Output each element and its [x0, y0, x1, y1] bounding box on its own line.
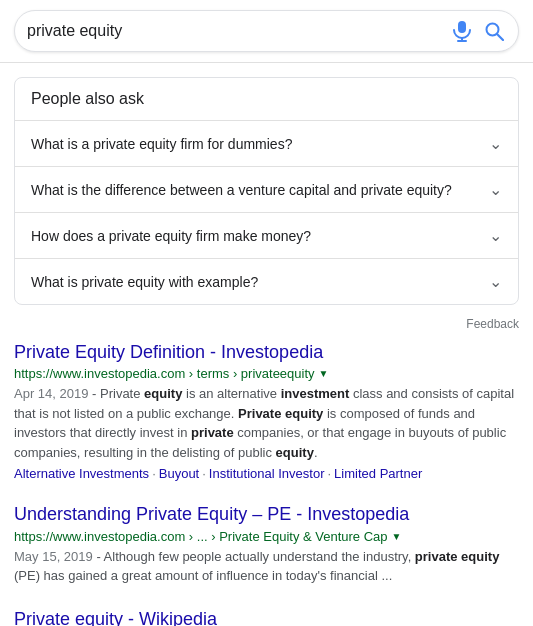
result-url-2: https://www.investopedia.com › ... › Pri… [14, 529, 388, 544]
result-title-3[interactable]: Private equity - Wikipedia [14, 609, 217, 626]
paa-question-0: What is a private equity firm for dummie… [31, 136, 292, 152]
paa-item[interactable]: What is a private equity firm for dummie… [15, 120, 518, 166]
result-sublink-limited-partner[interactable]: Limited Partner [334, 466, 422, 481]
chevron-down-icon: ⌄ [489, 180, 502, 199]
result-sublink-buyout[interactable]: Buyout [159, 466, 199, 481]
result-sublink-alt-investments[interactable]: Alternative Investments [14, 466, 149, 481]
result-snippet-1: Apr 14, 2019 - Private equity is an alte… [14, 384, 519, 462]
result-title-1[interactable]: Private Equity Definition - Investopedia [14, 342, 323, 362]
paa-item[interactable]: How does a private equity firm make mone… [15, 212, 518, 258]
chevron-down-icon: ⌄ [489, 226, 502, 245]
result-title-2[interactable]: Understanding Private Equity – PE - Inve… [14, 504, 409, 524]
result-item-3: Private equity - Wikipedia https://en.wi… [14, 608, 519, 626]
svg-point-3 [487, 24, 499, 36]
dropdown-arrow-icon[interactable]: ▼ [392, 531, 402, 542]
separator: · [202, 466, 206, 481]
microphone-icon[interactable] [452, 21, 472, 41]
search-icons [452, 19, 506, 43]
search-input[interactable] [27, 22, 452, 40]
paa-item[interactable]: What is the difference between a venture… [15, 166, 518, 212]
chevron-down-icon: ⌄ [489, 134, 502, 153]
result-item-1: Private Equity Definition - Investopedia… [14, 341, 519, 481]
people-also-ask-box: People also ask What is a private equity… [14, 77, 519, 305]
results-container: Private Equity Definition - Investopedia… [0, 337, 533, 626]
paa-question-3: What is private equity with example? [31, 274, 258, 290]
svg-rect-0 [458, 21, 466, 33]
paa-item[interactable]: What is private equity with example? ⌄ [15, 258, 518, 304]
search-button[interactable] [482, 19, 506, 43]
separator: · [327, 466, 331, 481]
result-url-row-1: https://www.investopedia.com › terms › p… [14, 366, 519, 381]
svg-line-4 [498, 35, 504, 41]
feedback-label[interactable]: Feedback [466, 317, 519, 331]
search-bar-container [0, 0, 533, 63]
result-date-2: May 15, 2019 [14, 549, 93, 564]
paa-question-1: What is the difference between a venture… [31, 182, 452, 198]
result-sublink-institutional-investor[interactable]: Institutional Investor [209, 466, 325, 481]
search-bar [14, 10, 519, 52]
result-url-row-2: https://www.investopedia.com › ... › Pri… [14, 529, 519, 544]
paa-title: People also ask [15, 78, 518, 120]
paa-question-2: How does a private equity firm make mone… [31, 228, 311, 244]
separator: · [152, 466, 156, 481]
result-item-2: Understanding Private Equity – PE - Inve… [14, 503, 519, 585]
feedback-row: Feedback [0, 315, 533, 337]
result-url-1: https://www.investopedia.com › terms › p… [14, 366, 315, 381]
result-date-1: Apr 14, 2019 [14, 386, 88, 401]
result-snippet-2: May 15, 2019 - Although few people actua… [14, 547, 519, 586]
result-links-1: Alternative Investments·Buyout·Instituti… [14, 466, 519, 481]
dropdown-arrow-icon[interactable]: ▼ [319, 368, 329, 379]
chevron-down-icon: ⌄ [489, 272, 502, 291]
